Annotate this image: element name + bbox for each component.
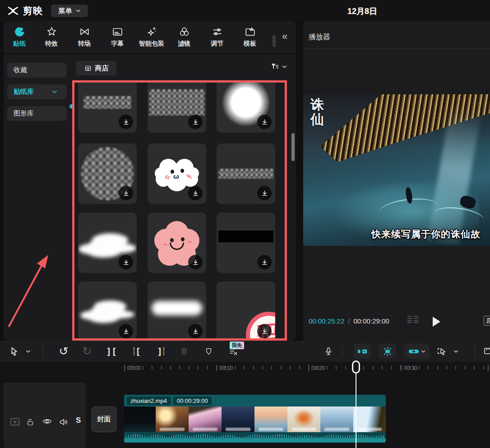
play-button[interactable] [433, 317, 440, 327]
tab-templates[interactable]: 模板 [234, 26, 266, 51]
link-toggle-button[interactable] [404, 344, 430, 359]
chevron-down-icon [453, 350, 458, 353]
store-button[interactable]: 商店 [76, 61, 116, 75]
subtitle-icon [112, 26, 123, 37]
player-title: 播放器 [309, 32, 330, 42]
eye-icon[interactable] [42, 418, 52, 425]
player-divider [303, 49, 490, 49]
timeline-tracks: S 封面 zhuxian2.mp4 00:00:29:00 [0, 377, 490, 448]
tab-transitions[interactable]: 转场 [69, 26, 100, 51]
tab-effects[interactable]: 特效 [36, 26, 67, 51]
lock-icon[interactable] [26, 418, 34, 427]
thumb-phoenix [287, 406, 320, 432]
frame-list-icon[interactable] [407, 316, 420, 325]
filter-control[interactable] [270, 62, 287, 71]
sidebar-item-graphics-library[interactable]: 图形库 [7, 106, 67, 121]
ruler-label: 00:30 [401, 365, 417, 371]
sparkles-icon [146, 26, 157, 37]
sticker-icon [14, 26, 25, 37]
total-time: 00:00:29:00 [353, 317, 389, 325]
template-folder-icon [245, 26, 256, 37]
thumb-snow [320, 406, 353, 432]
tab-adjust[interactable]: 调节 [201, 26, 233, 51]
video-subtitle: 快来续写属于你的诛仙故 [371, 228, 481, 240]
ruler-label: 00:10 [216, 365, 233, 371]
video-clip[interactable]: zhuxian2.mp4 00:00:29:00 [124, 395, 386, 443]
thumb-dark [124, 406, 156, 432]
chevron-down-icon [76, 9, 81, 13]
split-keep-right-button[interactable]: [ [129, 341, 144, 362]
sidebar-item-sticker-library[interactable]: 贴纸库 [7, 84, 67, 99]
app-window: 剪映 菜单 12月8日 天极下载站 down.yesky.com 贴纸 特效 转… [0, 0, 490, 448]
filter-funnel-icon [270, 62, 280, 71]
sliders-icon [212, 26, 223, 37]
preview-snap-button[interactable] [354, 344, 371, 359]
app-logo: 剪映 [7, 5, 43, 17]
video-preview[interactable]: 诛仙 快来续写属于你的诛仙故 [303, 94, 490, 246]
thumb-blossom [189, 406, 222, 432]
original-quality-button[interactable]: 原 [484, 316, 490, 326]
volume-icon[interactable] [59, 418, 68, 426]
chevron-down-icon [26, 350, 31, 353]
time-display: 00:00:25:22 / 00:00:29:00 [309, 317, 389, 325]
trash-icon [180, 346, 189, 356]
split-button[interactable]: ][ [105, 341, 118, 362]
record-voice-button[interactable] [322, 341, 335, 362]
click-select-chevron[interactable] [452, 341, 459, 362]
filter-circles-icon [179, 26, 190, 37]
tab-filters[interactable]: 滤镜 [168, 26, 200, 51]
collapse-panel-icon[interactable]: « [282, 31, 287, 42]
clip-header: zhuxian2.mp4 00:00:29:00 [124, 395, 386, 406]
grid-scrollbar[interactable] [291, 133, 295, 161]
shield-icon [204, 347, 213, 356]
ruler-label: 00:00 [124, 365, 141, 371]
video-logo: 诛仙 [310, 97, 327, 127]
select-tool-button[interactable] [8, 341, 20, 362]
tab-smart-pack[interactable]: 智能包装 [134, 26, 170, 51]
star-icon [46, 26, 57, 37]
limited-free-badge: 限免 [230, 342, 244, 349]
transition-icon [79, 26, 90, 37]
snap-in-icon [357, 348, 367, 355]
playhead-handle[interactable] [352, 360, 360, 374]
ruler-icon [484, 346, 490, 356]
annotation-arrow [0, 244, 81, 343]
playhead-line[interactable] [356, 373, 356, 448]
chevron-down-icon [282, 65, 287, 69]
tab-stickers[interactable]: 贴纸 [4, 26, 35, 51]
thumb-ice [353, 406, 386, 432]
cover-button[interactable]: 封面 [92, 406, 116, 432]
store-icon [84, 65, 92, 72]
edit-toolbar: ↺ ↻ ][ [ ] 限免 [0, 341, 490, 362]
split-keep-left-button[interactable]: ] [153, 341, 169, 362]
redo-button[interactable]: ↻ [80, 341, 94, 362]
thumb-sea [254, 406, 287, 432]
select-tool-chevron[interactable] [24, 341, 32, 362]
click-select-button[interactable] [435, 341, 448, 362]
toolbar-divider [475, 346, 475, 356]
tab-partial [273, 35, 276, 47]
mark-button[interactable] [202, 341, 215, 362]
clip-name-label: zhuxian2.mp4 [127, 397, 171, 405]
timeline-ruler[interactable]: 00:00 00:10 00:20 00:30 00:40 [0, 362, 490, 377]
thumb-sunset [156, 406, 189, 432]
audio-waveform [124, 432, 386, 440]
delete-button[interactable] [178, 341, 190, 362]
tab-subtitles[interactable]: 字幕 [102, 26, 133, 51]
track-preview-icon[interactable] [10, 418, 20, 426]
chevron-down-icon [52, 90, 57, 94]
clip-duration-label: 00:00:29:00 [173, 397, 212, 405]
player-panel: 播放器 诛仙 快来续写属于你的诛仙故 00:00:25:22 / 00:00:2… [303, 21, 490, 341]
menu-button[interactable]: 菜单 [51, 5, 88, 17]
sidebar-item-favorites[interactable]: 收藏 [7, 63, 67, 78]
toolbar-divider [42, 346, 43, 356]
track-header: S [4, 383, 86, 448]
titlebar: 剪映 菜单 12月8日 [0, 0, 490, 21]
undo-button[interactable]: ↺ [57, 341, 70, 362]
magnet-icon [382, 347, 393, 356]
ruler-tool-button[interactable] [484, 341, 490, 362]
clip-bottom-strip [124, 440, 386, 443]
magnet-snap-button[interactable] [379, 344, 396, 359]
solo-track-button[interactable]: S [76, 416, 81, 425]
toolbar-divider [342, 346, 342, 356]
